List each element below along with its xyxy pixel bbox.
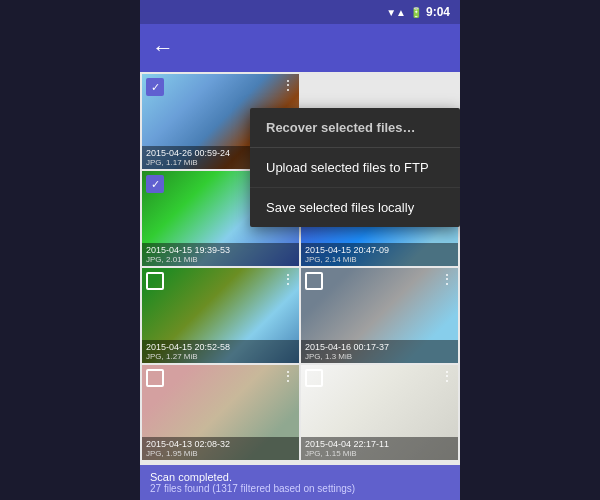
status-icons: ▼▲ 🔋 9:04 bbox=[386, 5, 450, 19]
photo-info: JPG, 1.15 MiB bbox=[305, 449, 454, 458]
photo-overlay: 2015-04-15 20:47-09 JPG, 2.14 MiB bbox=[301, 243, 458, 266]
photo-checkbox[interactable] bbox=[305, 369, 323, 387]
photo-menu-icon[interactable]: ⋮ bbox=[440, 272, 454, 286]
context-menu: Recover selected files… Upload selected … bbox=[250, 108, 460, 227]
context-menu-title: Recover selected files… bbox=[250, 108, 460, 148]
save-local-menu-item[interactable]: Save selected files locally bbox=[250, 188, 460, 227]
battery-icon: 🔋 bbox=[410, 7, 422, 18]
photo-item[interactable]: ⋮ 2015-04-04 22:17-11 JPG, 1.15 MiB bbox=[301, 365, 458, 460]
photo-date: 2015-04-13 02:08-32 bbox=[146, 439, 295, 449]
photo-menu-icon[interactable]: ⋮ bbox=[281, 272, 295, 286]
photo-info: JPG, 1.95 MiB bbox=[146, 449, 295, 458]
photo-menu-icon[interactable]: ⋮ bbox=[281, 78, 295, 92]
photo-menu-icon[interactable]: ⋮ bbox=[281, 369, 295, 383]
photo-info: JPG, 1.3 MiB bbox=[305, 352, 454, 361]
signal-icon: ▼▲ bbox=[386, 7, 406, 18]
upload-ftp-menu-item[interactable]: Upload selected files to FTP bbox=[250, 148, 460, 188]
photo-date: 2015-04-15 19:39-53 bbox=[146, 245, 295, 255]
scan-status-line2: 27 files found (1317 filtered based on s… bbox=[150, 483, 450, 494]
photo-date: 2015-04-15 20:47-09 bbox=[305, 245, 454, 255]
photo-overlay: 2015-04-15 19:39-53 JPG, 2.01 MiB bbox=[142, 243, 299, 266]
photo-overlay: 2015-04-13 02:08-32 JPG, 1.95 MiB bbox=[142, 437, 299, 460]
photo-checkbox[interactable] bbox=[146, 272, 164, 290]
photo-item[interactable]: ⋮ 2015-04-15 20:52-58 JPG, 1.27 MiB bbox=[142, 268, 299, 363]
photo-overlay: 2015-04-04 22:17-11 JPG, 1.15 MiB bbox=[301, 437, 458, 460]
photo-info: JPG, 1.27 MiB bbox=[146, 352, 295, 361]
photo-item[interactable]: ⋮ 2015-04-16 00:17-37 JPG, 1.3 MiB bbox=[301, 268, 458, 363]
photo-overlay: 2015-04-15 20:52-58 JPG, 1.27 MiB bbox=[142, 340, 299, 363]
scan-status-line1: Scan completed. bbox=[150, 471, 450, 483]
phone-frame: ▼▲ 🔋 9:04 ← Recover selected files… Uplo… bbox=[140, 0, 460, 500]
photo-overlay: 2015-04-16 00:17-37 JPG, 1.3 MiB bbox=[301, 340, 458, 363]
status-bar: ▼▲ 🔋 9:04 bbox=[140, 0, 460, 24]
photo-checkbox[interactable] bbox=[305, 272, 323, 290]
photo-date: 2015-04-04 22:17-11 bbox=[305, 439, 454, 449]
bottom-status-bar: Scan completed. 27 files found (1317 fil… bbox=[140, 465, 460, 500]
photo-date: 2015-04-15 20:52-58 bbox=[146, 342, 295, 352]
photo-checkbox[interactable] bbox=[146, 175, 164, 193]
photo-checkbox[interactable] bbox=[146, 369, 164, 387]
photo-item[interactable]: ⋮ 2015-04-13 02:08-32 JPG, 1.95 MiB bbox=[142, 365, 299, 460]
status-time: 9:04 bbox=[426, 5, 450, 19]
photo-grid-area: Recover selected files… Upload selected … bbox=[140, 72, 460, 465]
photo-date: 2015-04-16 00:17-37 bbox=[305, 342, 454, 352]
photo-info: JPG, 2.01 MiB bbox=[146, 255, 295, 264]
photo-info: JPG, 2.14 MiB bbox=[305, 255, 454, 264]
top-bar: ← bbox=[140, 24, 460, 72]
photo-checkbox[interactable] bbox=[146, 78, 164, 96]
photo-menu-icon[interactable]: ⋮ bbox=[440, 369, 454, 383]
back-button[interactable]: ← bbox=[152, 35, 174, 61]
